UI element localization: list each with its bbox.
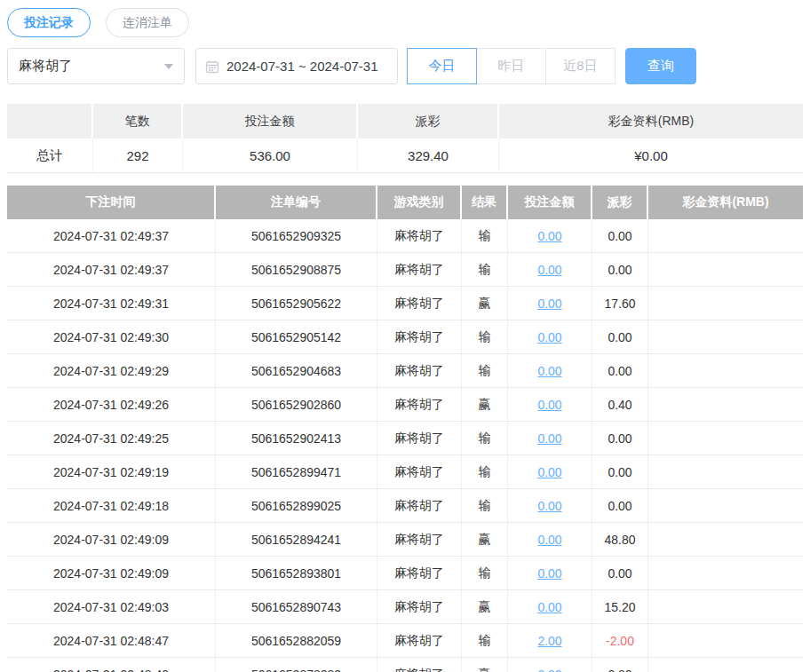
bet-amount-cell: 0.00 (508, 253, 592, 286)
yesterday-button[interactable]: 昨日 (476, 48, 546, 84)
bet-result: 输 (462, 320, 508, 353)
header-bet-id: 注单编号 (216, 186, 377, 219)
bet-amount-link[interactable]: 0.00 (537, 465, 561, 479)
bet-result: 输 (462, 354, 508, 387)
bet-time: 2024-07-31 02:49:26 (7, 388, 216, 421)
game-type: 麻将胡了 (377, 253, 462, 286)
bonus-value (648, 388, 803, 421)
date-range-picker[interactable]: 2024-07-31 ~ 2024-07-31 (195, 48, 398, 84)
bet-amount-link[interactable]: 0.00 (537, 229, 561, 243)
game-type: 麻将胡了 (377, 523, 462, 556)
game-type: 麻将胡了 (377, 489, 462, 522)
bet-id: 5061652899025 (216, 489, 377, 522)
summary-total-bonus: ¥0.00 (499, 138, 803, 172)
table-row: 2024-07-31 02:49:37 5061652908875 麻将胡了 输… (7, 253, 803, 287)
bet-amount-link[interactable]: 0.00 (537, 398, 561, 412)
summary-header-count: 笔数 (93, 104, 183, 138)
bet-id: 5061652905142 (216, 320, 377, 353)
game-type: 麻将胡了 (377, 354, 462, 387)
bets-header-row: 下注时间 注单编号 游戏类别 结果 投注金额 派彩 彩金资料(RMB) (7, 186, 803, 219)
game-type: 麻将胡了 (377, 590, 462, 623)
game-type: 麻将胡了 (377, 422, 462, 455)
bet-result: 赢 (462, 523, 508, 556)
table-row: 2024-07-31 02:49:09 5061652894241 麻将胡了 赢… (7, 523, 803, 557)
last-8-days-button[interactable]: 近8日 (545, 48, 615, 84)
table-row: 2024-07-31 02:49:29 5061652904683 麻将胡了 输… (7, 354, 803, 388)
game-type-select[interactable]: 麻将胡了 (7, 48, 185, 84)
bet-amount-cell: 0.00 (508, 590, 592, 623)
bet-amount-link[interactable]: 0.00 (537, 296, 561, 311)
bet-amount-link[interactable]: 0.00 (537, 566, 561, 581)
bet-amount-cell: 2.00 (508, 658, 592, 672)
bet-amount-link[interactable]: 0.00 (537, 499, 561, 513)
tab-bar: 投注记录 连消注单 (7, 8, 803, 37)
payout-value: 17.60 (592, 287, 648, 320)
bet-time: 2024-07-31 02:49:19 (7, 455, 216, 488)
bet-time: 2024-07-31 02:48:47 (7, 624, 216, 657)
payout-value: 0.00 (592, 557, 648, 589)
bet-time: 2024-07-31 02:49:18 (7, 489, 216, 522)
bet-id: 5061652899471 (216, 455, 377, 488)
quick-range-group: 今日 昨日 近8日 (407, 48, 615, 84)
betting-records-page: 投注记录 连消注单 麻将胡了 2024-07-31 ~ 2024-07-31 (0, 0, 810, 672)
payout-value: -2.00 (592, 624, 648, 657)
game-type-select-value: 麻将胡了 (19, 58, 72, 75)
tab-cancelled-bets[interactable]: 连消注单 (106, 8, 189, 37)
table-row: 2024-07-31 02:48:40 5061652878382 麻将胡了 赢… (7, 658, 803, 672)
table-row: 2024-07-31 02:49:37 5061652909325 麻将胡了 输… (7, 219, 803, 253)
payout-value: 0.00 (592, 219, 648, 252)
today-button[interactable]: 今日 (407, 48, 477, 84)
payout-value: 0.80 (592, 658, 648, 672)
bet-amount-link[interactable]: 2.00 (537, 668, 561, 672)
game-type: 麻将胡了 (377, 287, 462, 320)
bet-amount-link[interactable]: 2.00 (537, 634, 561, 648)
header-payout: 派彩 (592, 186, 648, 219)
bet-amount-link[interactable]: 0.00 (537, 533, 561, 547)
game-type: 麻将胡了 (377, 219, 462, 252)
bet-time: 2024-07-31 02:49:37 (7, 219, 216, 252)
bet-amount-link[interactable]: 0.00 (537, 600, 561, 614)
payout-value: 0.00 (592, 422, 648, 455)
game-type: 麻将胡了 (377, 624, 462, 657)
bonus-value (648, 219, 803, 252)
search-button[interactable]: 查询 (625, 48, 696, 84)
payout-value: 0.40 (592, 388, 648, 421)
bet-amount-cell: 2.00 (508, 624, 592, 657)
bet-result: 输 (462, 219, 508, 252)
bet-amount-cell: 0.00 (508, 388, 592, 421)
bet-amount-link[interactable]: 0.00 (537, 263, 561, 277)
bet-amount-cell: 0.00 (508, 219, 592, 252)
summary-total-payout: 329.40 (358, 138, 499, 172)
payout-value: 0.00 (592, 455, 648, 488)
date-range-value: 2024-07-31 ~ 2024-07-31 (226, 59, 378, 74)
summary-header-bet-amount: 投注金额 (183, 104, 358, 138)
tab-betting-records[interactable]: 投注记录 (7, 8, 91, 37)
game-type: 麻将胡了 (377, 658, 462, 672)
summary-header-blank (7, 104, 93, 138)
bet-amount-cell: 0.00 (508, 320, 592, 353)
chevron-down-icon (164, 64, 173, 69)
table-row: 2024-07-31 02:48:47 5061652882059 麻将胡了 输… (7, 624, 803, 658)
bet-result: 输 (462, 422, 508, 455)
bonus-value (648, 557, 803, 589)
bets-table: 下注时间 注单编号 游戏类别 结果 投注金额 派彩 彩金资料(RMB) 2024… (7, 186, 803, 672)
table-row: 2024-07-31 02:49:19 5061652899471 麻将胡了 输… (7, 455, 803, 489)
filter-bar: 麻将胡了 2024-07-31 ~ 2024-07-31 今日 昨日 近8日 查… (7, 48, 803, 84)
summary-header-bonus: 彩金资料(RMB) (499, 104, 803, 138)
bet-amount-cell: 0.00 (508, 422, 592, 455)
bet-amount-link[interactable]: 0.00 (537, 431, 561, 446)
bet-amount-cell: 0.00 (508, 354, 592, 387)
bet-id: 5061652902413 (216, 422, 377, 455)
bet-amount-link[interactable]: 0.00 (537, 364, 561, 378)
bonus-value (648, 624, 803, 657)
bonus-value (648, 287, 803, 320)
payout-value: 0.00 (592, 489, 648, 522)
header-bet-time: 下注时间 (7, 186, 216, 219)
bonus-value (648, 523, 803, 556)
bet-time: 2024-07-31 02:49:31 (7, 287, 216, 320)
table-row: 2024-07-31 02:49:03 5061652890743 麻将胡了 赢… (7, 590, 803, 624)
bet-amount-link[interactable]: 0.00 (537, 330, 561, 344)
header-game-type: 游戏类别 (377, 186, 462, 219)
bonus-value (648, 422, 803, 455)
payout-value: 0.00 (592, 354, 648, 387)
